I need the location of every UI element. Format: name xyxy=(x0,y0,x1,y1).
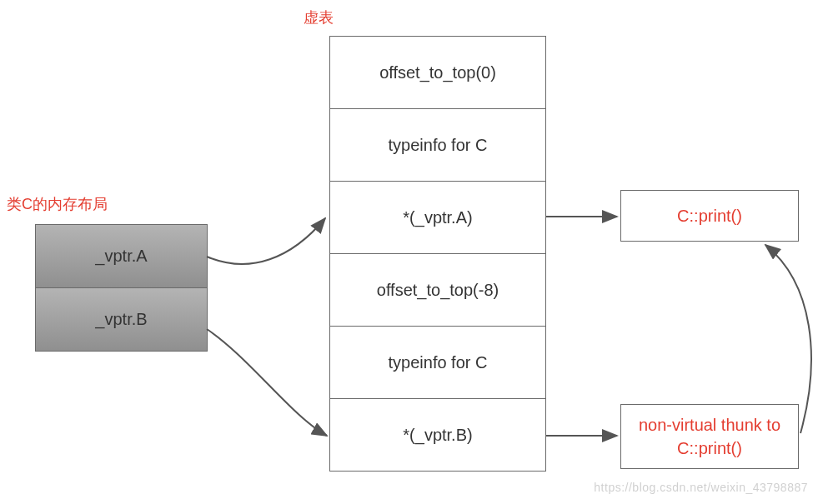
arrow-vptr-b-to-vtable xyxy=(207,329,327,436)
vtable-title: 虚表 xyxy=(304,7,334,27)
right-box-c-print: C::print() xyxy=(620,190,799,242)
mem-layout-title: 类C的内存布局 xyxy=(7,194,108,214)
watermark-text: https://blog.csdn.net/weixin_43798887 xyxy=(594,481,808,494)
vtable-cell-typeinfo-1: typeinfo for C xyxy=(330,109,545,182)
vtable-cell-offset-m8: offset_to_top(-8) xyxy=(330,254,545,327)
right-box-thunk: non-virtual thunk to C::print() xyxy=(620,404,799,469)
vtable-cell-vptr-b: *(_vptr.B) xyxy=(330,399,545,471)
mem-cell-vptr-b: _vptr.B xyxy=(36,288,207,351)
vtable-cell-typeinfo-2: typeinfo for C xyxy=(330,327,545,399)
vtable-cell-offset-0: offset_to_top(0) xyxy=(330,37,545,109)
vtable-cell-vptr-a: *(_vptr.A) xyxy=(330,182,545,254)
memory-layout-box: _vptr.A _vptr.B xyxy=(35,224,208,352)
mem-cell-vptr-a: _vptr.A xyxy=(36,225,207,288)
arrow-vptr-a-to-vtable xyxy=(207,218,325,264)
vtable-box: offset_to_top(0) typeinfo for C *(_vptr.… xyxy=(329,36,546,472)
